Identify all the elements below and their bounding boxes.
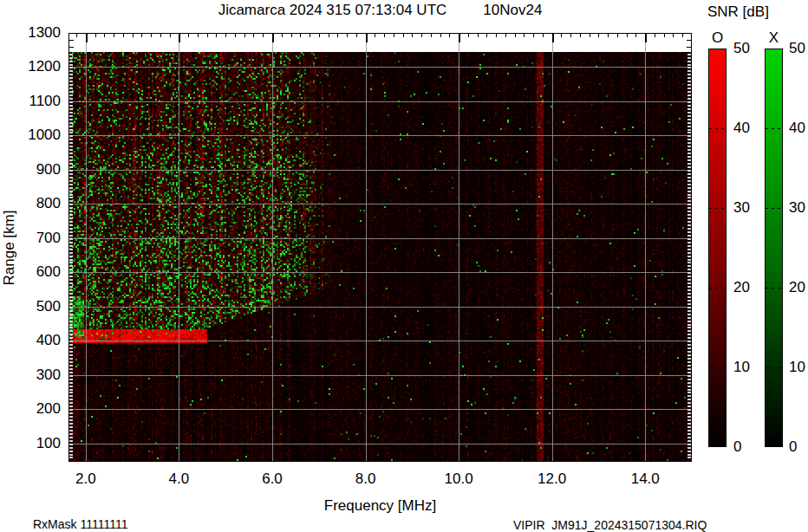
x-colorbar-tick-label: 20 (789, 280, 808, 295)
x-colorbar (765, 49, 783, 447)
data-file-text: VIPIR JM91J_2024315071304.RIQ (513, 518, 707, 532)
ionogram-plot (68, 33, 692, 462)
o-colorbar-tick-label: 50 (733, 41, 763, 56)
x-colorbar-tick-label: 50 (789, 41, 808, 56)
x-tick-label: 8.0 (344, 471, 388, 487)
x-tick-label: 4.0 (157, 471, 200, 487)
y-tick-label: 1300 (21, 25, 61, 41)
colorbar-title: SNR [dB] (707, 3, 769, 21)
x-tick-label: 6.0 (251, 471, 294, 487)
x-axis-label: Frequency [MHz] (68, 497, 692, 515)
y-tick-label: 1000 (21, 127, 61, 143)
y-tick-label: 200 (21, 401, 61, 417)
y-axis-label: Range [km] (1, 187, 18, 308)
x-colorbar-tick-label: 40 (789, 120, 808, 136)
y-tick-label: 700 (21, 230, 61, 246)
colorbar-dash-mark (766, 288, 782, 289)
y-tick-label: 100 (21, 436, 61, 451)
x-tick-label: 2.0 (64, 471, 108, 487)
o-colorbar-tick-label: 10 (733, 360, 763, 375)
rx-mask-text: RxMask 11111111 (33, 517, 127, 531)
colorbar-dash-mark (709, 208, 726, 209)
y-tick-label: 500 (21, 299, 61, 315)
colorbar-dash-mark (766, 128, 782, 129)
y-tick-label: 300 (21, 367, 61, 383)
y-tick-label: 1200 (21, 59, 61, 75)
y-tick-label: 800 (21, 196, 61, 211)
x-tick-label: 12.0 (531, 471, 574, 487)
x-tick-label: 14.0 (623, 471, 667, 487)
y-tick-label: 400 (21, 333, 61, 348)
plot-title-date: 10Nov24 (483, 2, 542, 19)
o-colorbar-tick-label: 20 (733, 280, 763, 295)
colorbar-dash-mark (709, 288, 726, 289)
x-colorbar-tick-label: 30 (789, 200, 808, 216)
y-tick-label: 900 (21, 162, 61, 178)
x-tick-label: 10.0 (437, 471, 480, 487)
x-trace-label: X (765, 29, 783, 47)
x-colorbar-tick-label: 10 (789, 360, 808, 375)
plot-title: Jicamarca 2024 315 07:13:04 UTC 10Nov24 (68, 2, 692, 19)
o-colorbar-tick-label: 30 (733, 200, 763, 216)
o-colorbar-tick-label: 40 (733, 120, 763, 136)
colorbar-dash-mark (709, 367, 726, 368)
o-colorbar-tick-label: 0 (733, 439, 763, 455)
colorbar-dash-mark (709, 128, 726, 129)
plot-title-main: Jicamarca 2024 315 07:13:04 UTC (218, 2, 447, 19)
colorbar-dash-mark (766, 367, 782, 368)
y-tick-label: 600 (21, 264, 61, 280)
y-tick-label: 1100 (21, 94, 61, 109)
o-trace-label: O (708, 29, 727, 47)
colorbar-dash-mark (766, 208, 782, 209)
o-colorbar (708, 49, 727, 447)
x-colorbar-tick-label: 0 (789, 439, 808, 455)
ionogram-app: Jicamarca 2024 315 07:13:04 UTC 10Nov24 … (0, 0, 808, 532)
